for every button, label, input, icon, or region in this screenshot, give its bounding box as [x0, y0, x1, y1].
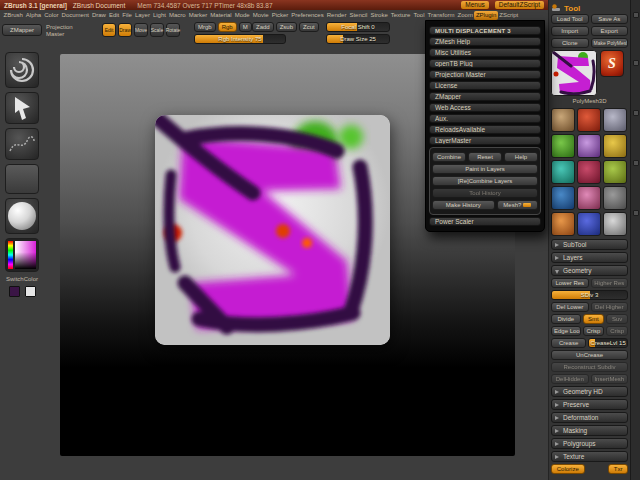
tool-thumbnail[interactable]: [603, 160, 627, 184]
make-history-button[interactable]: Make History: [432, 200, 495, 210]
menu-item[interactable]: Light: [151, 11, 167, 20]
lower-res-button[interactable]: Lower Res: [551, 278, 589, 288]
draw-pointer-icon[interactable]: [5, 92, 39, 124]
reconstruct-subdiv-button[interactable]: Reconstruct Subdiv: [551, 362, 628, 372]
menu-item[interactable]: ZScript: [498, 11, 520, 20]
zplugin-menu-item[interactable]: ZMesh Help: [429, 37, 541, 46]
insert-mesh-button[interactable]: InsertMesh: [591, 374, 629, 384]
tool-thumbnail[interactable]: [551, 160, 575, 184]
strip-icon[interactable]: [633, 12, 639, 18]
strip-icon[interactable]: [633, 60, 639, 66]
clone-button[interactable]: Clone: [551, 38, 589, 48]
zplugin-menu-item[interactable]: Aux.: [429, 114, 541, 123]
menu-item[interactable]: Document: [60, 11, 90, 20]
uncrease-button[interactable]: UnCrease: [551, 350, 628, 360]
strip-icon[interactable]: [633, 110, 639, 116]
default-zscript-button[interactable]: DefaultZScript: [495, 1, 544, 9]
divide-button[interactable]: Divide: [551, 314, 581, 324]
zplugin-menu-item[interactable]: ZMapper: [429, 92, 541, 101]
crisp-toggle-2[interactable]: Crisp: [606, 326, 628, 336]
tool-thumbnail[interactable]: [577, 108, 601, 132]
hue-strip[interactable]: [8, 241, 13, 269]
paint-mode-button[interactable]: Mrgb: [194, 22, 216, 32]
menu-item[interactable]: Stroke: [369, 11, 389, 20]
menu-item[interactable]: Movie: [251, 11, 270, 20]
menu-item[interactable]: Draw: [90, 11, 107, 20]
save-as-button[interactable]: Save As: [591, 14, 629, 24]
menu-item[interactable]: Material: [209, 11, 233, 20]
sdiv-slider[interactable]: SDiv 3: [551, 290, 628, 300]
paint-mode-button[interactable]: M: [239, 22, 252, 32]
menu-item[interactable]: Mode: [233, 11, 251, 20]
tool-thumbnail[interactable]: [603, 134, 627, 158]
mode-button[interactable]: Edit: [102, 23, 116, 37]
material-selector[interactable]: [5, 198, 39, 234]
zplugin-menu-item[interactable]: MULTI DISPLACEMENT 3: [429, 26, 541, 35]
draw-size-slider[interactable]: Draw Size 25: [326, 34, 390, 44]
menu-item[interactable]: Alpha: [24, 11, 42, 20]
crease-lvl-slider[interactable]: CreaseLvl 15: [588, 338, 628, 348]
section-bar[interactable]: Preserve: [551, 399, 628, 410]
menu-item[interactable]: Macro: [167, 11, 187, 20]
section-bar[interactable]: Texture: [551, 451, 628, 462]
tool-thumbnail[interactable]: [603, 108, 627, 132]
tool-thumbnail[interactable]: [551, 108, 575, 132]
menu-item[interactable]: Render: [325, 11, 348, 20]
sculpt-mode-button[interactable]: Zsub: [276, 22, 297, 32]
mode-button[interactable]: Draw: [118, 23, 132, 37]
zplugin-menu-item[interactable]: License: [429, 81, 541, 90]
current-tool-icon[interactable]: [5, 52, 39, 88]
crease-button[interactable]: Crease: [551, 338, 586, 348]
tool-thumbnail[interactable]: [603, 186, 627, 210]
recombine-layers-button[interactable]: [Re]Combine Layers: [432, 176, 538, 186]
import-button[interactable]: Import: [551, 26, 589, 36]
power-scaler-item[interactable]: Power Scaler: [429, 217, 541, 226]
menu-item[interactable]: Picker: [270, 11, 290, 20]
export-button[interactable]: Export: [591, 26, 629, 36]
zplugin-menu-item[interactable]: Projection Master: [429, 70, 541, 79]
zplugin-menu-item[interactable]: Misc Utilities: [429, 48, 541, 57]
crisp-toggle[interactable]: Crisp: [583, 326, 605, 336]
layer-master-help-button[interactable]: Help: [504, 152, 538, 162]
painted-document[interactable]: [155, 115, 390, 345]
strip-icon[interactable]: [633, 210, 639, 216]
paint-in-layers-button[interactable]: Paint in Layers: [432, 164, 538, 174]
color-picker[interactable]: [5, 238, 39, 272]
layers-section-bar[interactable]: Layers: [551, 252, 628, 263]
menu-item[interactable]: Layer: [133, 11, 151, 20]
edge-loop-button[interactable]: Edge Loop: [551, 326, 581, 336]
tool-thumbnail[interactable]: [577, 186, 601, 210]
mode-button[interactable]: Scale: [150, 23, 164, 37]
mode-button[interactable]: Move: [134, 23, 148, 37]
simplebrush-thumbnail[interactable]: S: [600, 50, 624, 77]
zplugin-menu-item[interactable]: LayerMaster: [429, 136, 541, 145]
tool-thumbnail[interactable]: [577, 134, 601, 158]
section-bar[interactable]: Geometry HD: [551, 386, 628, 397]
menu-item[interactable]: File: [121, 11, 134, 20]
mode-button[interactable]: Rotate: [166, 23, 180, 37]
tool-thumbnail[interactable]: [577, 160, 601, 184]
strip-icon[interactable]: [633, 160, 639, 166]
section-bar[interactable]: Deformation: [551, 412, 628, 423]
menu-item[interactable]: Edit: [107, 11, 120, 20]
zplugin-menu-item[interactable]: openTB Plug: [429, 59, 541, 68]
alpha-selector-icon[interactable]: [5, 164, 39, 194]
higher-res-button[interactable]: Higher Res: [591, 278, 629, 288]
section-bar[interactable]: Polygroups: [551, 438, 628, 449]
zplugin-menu-item[interactable]: Web Access: [429, 103, 541, 112]
menu-item[interactable]: Tool: [412, 11, 426, 20]
del-lower-button[interactable]: Del Lower: [551, 302, 589, 312]
tool-thumbnail[interactable]: [577, 212, 601, 236]
tool-thumbnail[interactable]: [551, 134, 575, 158]
menu-item[interactable]: Marker: [187, 11, 209, 20]
make-polymesh3d-button[interactable]: Make PolyMesh3D: [591, 38, 629, 48]
suv-toggle[interactable]: Suv: [606, 314, 628, 324]
txr-button[interactable]: Txr: [608, 464, 628, 474]
zmapper-button[interactable]: ZMapper: [2, 24, 42, 36]
subtool-section-bar[interactable]: SubTool: [551, 239, 628, 250]
tool-thumbnail[interactable]: [551, 212, 575, 236]
menu-item[interactable]: Preferences: [290, 11, 325, 20]
menu-item[interactable]: Transform: [426, 11, 456, 20]
tool-thumbnail[interactable]: [551, 186, 575, 210]
rgb-intensity-slider[interactable]: Rgb Intensity 75: [194, 34, 286, 44]
